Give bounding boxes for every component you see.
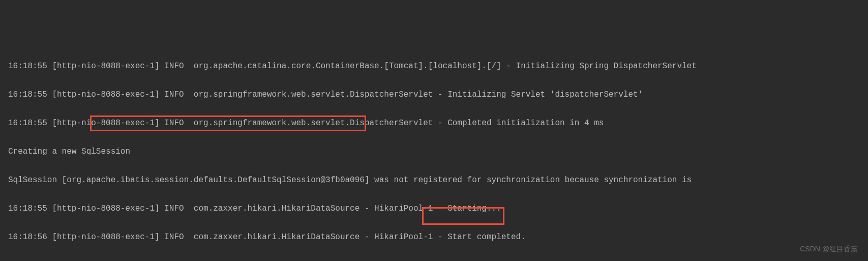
log-line: 16:18:55 [http-nio-8088-exec-1] INFO com… <box>8 201 860 216</box>
log-line: Creating a new SqlSession <box>8 144 860 159</box>
log-line: 16:18:55 [http-nio-8088-exec-1] INFO org… <box>8 116 860 130</box>
log-line: SqlSession [org.apache.ibatis.session.de… <box>8 173 860 187</box>
watermark: CSDN @红目香薰 <box>800 242 858 256</box>
log-line: 16:18:55 [http-nio-8088-exec-1] INFO org… <box>8 59 860 73</box>
log-line: 16:18:56 [http-nio-8088-exec-1] INFO com… <box>8 230 860 244</box>
log-line: JDBC Connection [HikariProxyConnection@6… <box>8 258 860 261</box>
log-line: 16:18:55 [http-nio-8088-exec-1] INFO org… <box>8 88 860 102</box>
